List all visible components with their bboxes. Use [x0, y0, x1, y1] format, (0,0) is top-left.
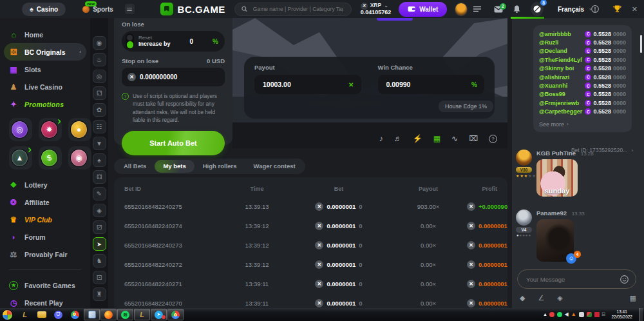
game-15-icon[interactable]: ⚀ — [93, 271, 106, 284]
username[interactable]: @Frmjenriewb — [539, 100, 585, 106]
game-12-icon[interactable]: ⚂ — [93, 220, 106, 234]
see-more-button[interactable]: See more › — [539, 119, 626, 130]
message-username[interactable]: KGB PuhTine 13:28 — [536, 150, 594, 157]
network-icon[interactable]: ⌸ — [602, 312, 605, 317]
sidebar-item-provably-fair[interactable]: ⚖ Provably Fair — [0, 246, 90, 263]
chat-input-wrap[interactable] — [517, 269, 636, 289]
tab-my-bets[interactable]: My bets — [155, 160, 194, 173]
username[interactable]: @Skinny boi — [539, 65, 585, 72]
tray-app-icon[interactable] — [557, 312, 562, 317]
rain-user-row[interactable]: @alishirazi C0.55280000 — [539, 73, 626, 81]
search-input[interactable] — [252, 5, 345, 13]
rain-user-row[interactable]: @TheFiend4Lyf C0.55280000 — [539, 55, 626, 64]
table-row[interactable]: 65520168482240272 13:39:12 ✕0.00000010 0… — [124, 255, 497, 274]
rules-icon[interactable]: ∠ — [538, 294, 544, 302]
sidebar-item-favorite-games[interactable]: ★ Favorite Games — [0, 277, 90, 294]
user-avatar[interactable] — [455, 3, 467, 16]
rewards-button[interactable] — [613, 5, 621, 13]
taskbar-app-movie-maker[interactable] — [84, 309, 100, 320]
rain-user-row[interactable]: @Ruzli C0.55280000 — [539, 38, 626, 46]
tray-expand-icon[interactable]: ▴ — [544, 312, 547, 317]
taskbar-app-chrome[interactable] — [167, 309, 184, 320]
game-14-icon[interactable]: ♞ — [93, 254, 106, 268]
tab-all-bets[interactable]: All Bets — [115, 160, 155, 173]
taskbar-app-league-of-legends[interactable]: L — [17, 309, 33, 320]
emoji-reaction[interactable]: ☺ 4 — [566, 253, 581, 264]
game-3-icon[interactable]: ◎ — [93, 70, 106, 83]
balance-selector[interactable]: ✕ XRP ⌄ 0.04105762 — [361, 3, 392, 16]
rain-icon[interactable]: ◆ — [520, 294, 525, 302]
taskbar-app-file-explorer[interactable] — [33, 309, 50, 320]
table-row[interactable]: 65520168482240273 13:39:12 ✕0.00000010 0… — [124, 235, 497, 255]
message-username[interactable]: Paname92 13:33 — [536, 209, 585, 217]
game-7-icon[interactable]: ▼ — [93, 137, 106, 150]
rain-user-row[interactable]: @Decland C0.55280000 — [539, 47, 626, 55]
tray-app-icon[interactable] — [579, 312, 584, 317]
flag-icon[interactable] — [594, 312, 600, 317]
taskbar-app-spotify[interactable]: ≋ — [117, 309, 133, 320]
game-4-icon[interactable]: ⚁ — [93, 86, 106, 100]
toggle-knob[interactable] — [126, 34, 134, 49]
gif-tag-icon[interactable]: ◈ — [557, 294, 562, 302]
table-row[interactable]: 65520168482240275 13:39:13 ✕0.00000010 9… — [124, 197, 497, 216]
on-lose-toggle[interactable]: Reset Increase by 0 % — [122, 31, 225, 52]
close-icon[interactable]: ✕ — [632, 5, 638, 14]
win-chance-field[interactable]: % — [378, 75, 485, 94]
promo-coin-drop-icon[interactable]: ◉ — [68, 146, 91, 170]
rain-user-row[interactable]: @Frmjenriewb C0.55280000 — [539, 99, 626, 107]
payout-field[interactable]: ✕ — [254, 75, 361, 94]
chat-room-icon[interactable]: ▦ — [630, 294, 636, 302]
promo-rocket-icon[interactable]: ▲ — [9, 146, 32, 170]
chat-toggle-button[interactable]: 8 — [531, 2, 544, 16]
wallet-button[interactable]: Wallet — [399, 2, 447, 17]
game-8-icon[interactable]: ♠ — [93, 153, 106, 167]
sidebar-item-vip-club[interactable]: ♛ VIP Club — [0, 211, 90, 228]
taskbar-clock[interactable]: 13:41 22/05/2022 — [611, 309, 632, 320]
notifications-button[interactable] — [513, 5, 520, 13]
game-9-icon[interactable]: ⚃ — [93, 170, 106, 184]
emoji-picker-icon[interactable] — [620, 275, 629, 284]
tab-high-rollers[interactable]: High rollers — [194, 160, 245, 173]
multiplier-slider-indicator[interactable] — [377, 18, 413, 21]
taskbar-app-discord[interactable]: ᗜ — [50, 309, 66, 320]
sidebar-item-bc-originals[interactable]: ⚄ BC Originals › — [4, 43, 86, 61]
message-input[interactable] — [525, 275, 620, 284]
promo-wheel-icon[interactable]: ✸ — [39, 118, 62, 141]
rain-user-row[interactable]: @Carpetbegger C0.55280000 — [539, 108, 626, 116]
username[interactable]: @Ruzli — [539, 39, 585, 46]
volume-icon[interactable]: ◀ — [565, 312, 569, 317]
game-5-icon[interactable]: ✿ — [93, 103, 106, 117]
show-desktop-button[interactable] — [639, 308, 643, 321]
game-10-icon[interactable]: ✎ — [93, 187, 106, 200]
tray-app-icon[interactable] — [549, 312, 554, 317]
payout-input[interactable] — [261, 80, 348, 89]
sidebar-item-promotions[interactable]: ✦ Promotions — [0, 95, 90, 113]
promo-darts-icon[interactable]: ◎ — [9, 118, 32, 141]
sidebar-item-forum[interactable]: ◗ Forum — [0, 228, 90, 246]
taskbar-app-chrome[interactable] — [67, 309, 83, 320]
rain-user-row[interactable]: @Boss99 C0.55280000 — [539, 90, 626, 99]
taskbar-app-league-of-legends[interactable]: L — [134, 309, 150, 320]
username[interactable]: @Boss99 — [539, 91, 585, 97]
username[interactable]: @Carpetbegger — [539, 108, 585, 115]
bet-slip-icon[interactable] — [473, 6, 481, 12]
promo-coupon-icon[interactable]: $ — [39, 146, 62, 170]
start-auto-bet-button[interactable]: Start Auto Bet — [122, 131, 225, 155]
sports-tab[interactable]: new Sports — [82, 6, 113, 13]
username[interactable]: @Decland — [539, 48, 585, 54]
table-row[interactable]: 65520168482240271 13:39:11 ✕0.00000010 0… — [124, 274, 497, 293]
sidebar-item-affiliate[interactable]: ❂ Affiliate — [0, 193, 90, 211]
trends-icon[interactable]: ∿ — [451, 134, 458, 143]
sidebar-item-slots[interactable]: ▦ Slots — [0, 61, 90, 78]
crash-rocket-icon[interactable]: ➤ — [93, 237, 106, 251]
start-button[interactable] — [2, 309, 13, 320]
turbo-icon[interactable]: ⚡ — [413, 134, 422, 143]
mail-button[interactable]: 2 — [494, 6, 503, 13]
game-6-icon[interactable]: ☷ — [93, 120, 106, 133]
stop-on-lose-input[interactable]: ✕ 0.000000000 — [122, 68, 225, 86]
casino-tab[interactable]: ♠ Casino — [22, 3, 66, 16]
rain-user-row[interactable]: @amirbbbb C0.55280000 — [539, 30, 626, 38]
username[interactable]: @Xuannhi — [539, 83, 585, 89]
sidebar-item-home[interactable]: ⌂ Home — [0, 26, 90, 43]
tab-wager-contest[interactable]: Wager contest — [245, 160, 304, 173]
